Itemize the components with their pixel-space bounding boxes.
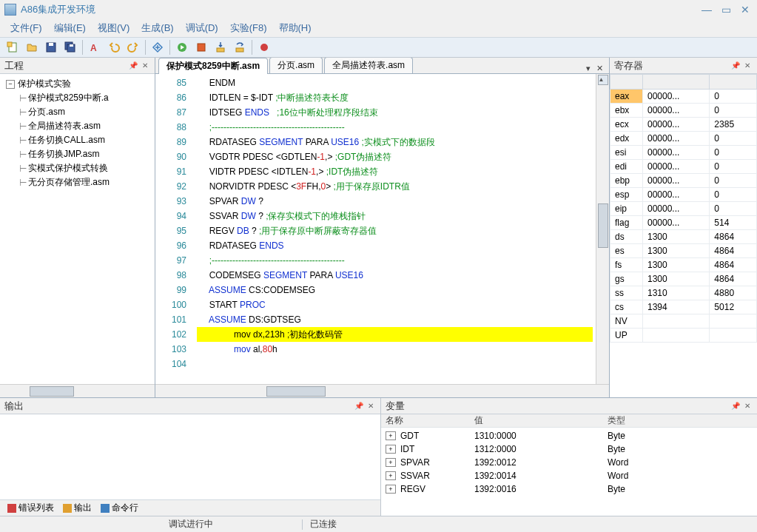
expand-icon[interactable]: + <box>386 445 396 454</box>
code-line[interactable]: mov dx,213h ;初始化数码管 <box>197 327 593 342</box>
register-row[interactable]: cs13945012 <box>610 300 757 314</box>
tab-menu-icon[interactable]: ▾ <box>583 64 593 73</box>
variables-body[interactable]: +GDT1310:0000Byte+IDT1312:0000Byte+SPVAR… <box>381 428 757 516</box>
register-row[interactable]: ecx00000...2385 <box>610 118 757 132</box>
menu-帮助(H)[interactable]: 帮助(H) <box>273 19 317 37</box>
pin-icon[interactable]: 📌 <box>730 402 741 410</box>
register-row[interactable]: ss13104880 <box>610 286 757 300</box>
code-line[interactable]: SPVAR DW ? <box>197 194 593 209</box>
register-row[interactable]: ebp00000...0 <box>610 174 757 188</box>
editor-hscroll[interactable] <box>155 384 609 397</box>
run-button[interactable] <box>173 39 191 55</box>
register-row[interactable]: ebx00000...0 <box>610 104 757 118</box>
tree-file[interactable]: ⊢无分页存储管理.asm <box>3 175 152 189</box>
register-row[interactable]: eax00000...0 <box>610 90 757 104</box>
menu-文件(F)[interactable]: 文件(F) <box>4 19 48 37</box>
menu-实验(F8)[interactable]: 实验(F8) <box>224 19 273 37</box>
panel-close-icon[interactable]: ✕ <box>742 61 753 70</box>
code-line[interactable]: IDTLEN = $-IDT ;中断描述符表长度 <box>197 90 593 105</box>
panel-close-icon[interactable]: ✕ <box>140 61 150 70</box>
register-row[interactable]: edx00000...0 <box>610 132 757 146</box>
output-tab[interactable]: 命令行 <box>96 500 143 516</box>
code-line[interactable]: RDATASEG ENDS <box>197 238 593 253</box>
undo-button[interactable] <box>105 39 123 55</box>
expand-icon[interactable]: + <box>386 471 396 480</box>
register-row[interactable]: gs13004864 <box>610 272 757 286</box>
expand-icon[interactable]: + <box>386 431 396 440</box>
code-line[interactable]: ENDM <box>197 75 593 90</box>
code-line[interactable]: NORVIDTR PDESC <3FFH,0> ;用于保存原IDTR值 <box>197 179 593 194</box>
code-area[interactable]: ENDM IDTLEN = $-IDT ;中断描述符表长度 IDTSEG END… <box>194 74 596 384</box>
build-button[interactable] <box>149 39 166 55</box>
code-line[interactable]: SSVAR DW ? ;保存实模式下的堆栈指针 <box>197 209 593 223</box>
register-row[interactable]: fs13004864 <box>610 258 757 272</box>
pin-icon[interactable]: 📌 <box>354 402 364 410</box>
variable-row[interactable]: +GDT1310:0000Byte <box>386 429 753 442</box>
font-button[interactable]: A <box>86 39 104 55</box>
tree-root[interactable]: −保护模式实验 <box>3 77 152 91</box>
code-line[interactable]: VGDTR PDESC <GDTLEN-1,> ;GDT伪描述符 <box>197 149 593 164</box>
project-tree[interactable]: −保护模式实验⊢保护模式8259中断.a⊢分页.asm⊢全局描述符表.asm⊢任… <box>0 74 155 384</box>
variable-row[interactable]: +SPVAR1392:0012Word <box>386 456 753 469</box>
code-line[interactable]: START PROC <box>197 297 593 312</box>
menu-编辑(E)[interactable]: 编辑(E) <box>48 19 92 37</box>
register-row[interactable]: ds13004864 <box>610 230 757 244</box>
variable-row[interactable]: +REGV1392:0016Byte <box>386 482 753 496</box>
code-line[interactable]: ;---------------------------------------… <box>197 253 593 268</box>
variable-row[interactable]: +SSVAR1392:0014Word <box>386 469 753 482</box>
register-table[interactable]: eax00000...0ebx00000...0ecx00000...2385e… <box>610 74 757 397</box>
save-button[interactable] <box>42 39 60 55</box>
register-row[interactable]: edi00000...0 <box>610 160 757 174</box>
open-file-button[interactable] <box>23 39 41 55</box>
collapse-icon[interactable]: − <box>6 80 15 89</box>
step-into-button[interactable] <box>212 39 229 55</box>
stop-button[interactable] <box>192 39 210 55</box>
code-line[interactable]: mov al,80h <box>197 342 593 357</box>
tree-file[interactable]: ⊢任务切换CALL.asm <box>3 133 152 147</box>
variable-row[interactable]: +IDT1312:0000Byte <box>386 442 753 456</box>
code-line[interactable]: IDTSEG ENDS ;16位中断处理程序段结束 <box>197 105 593 120</box>
output-body[interactable] <box>0 414 380 499</box>
close-button[interactable]: ✕ <box>738 4 753 16</box>
code-line[interactable]: VIDTR PDESC <IDTLEN-1,> ;IDT伪描述符 <box>197 164 593 179</box>
editor-vscroll[interactable]: ▲ <box>596 74 609 384</box>
maximize-button[interactable]: ▭ <box>719 4 733 16</box>
editor-tab[interactable]: 分页.asm <box>269 58 323 73</box>
code-line[interactable]: ;---------------------------------------… <box>197 120 593 135</box>
panel-close-icon[interactable]: ✕ <box>742 402 753 410</box>
redo-button[interactable] <box>124 39 142 55</box>
register-row[interactable]: esp00000...0 <box>610 188 757 202</box>
step-over-button[interactable] <box>231 39 249 55</box>
breakpoint-button[interactable] <box>255 39 273 55</box>
expand-icon[interactable]: + <box>386 485 396 494</box>
tab-close-icon[interactable]: ✕ <box>593 64 606 73</box>
menu-视图(V)[interactable]: 视图(V) <box>92 19 135 37</box>
menu-调试(D)[interactable]: 调试(D) <box>180 19 224 37</box>
code-editor[interactable]: 8586878889909192939495969798991001011021… <box>155 74 609 384</box>
register-row[interactable]: NV <box>610 314 757 329</box>
scroll-thumb[interactable] <box>598 203 608 248</box>
register-row[interactable]: UP <box>610 329 757 343</box>
tree-file[interactable]: ⊢分页.asm <box>3 105 152 119</box>
minimize-button[interactable]: — <box>699 4 714 16</box>
save-all-button[interactable] <box>61 39 79 55</box>
register-row[interactable]: eip00000...0 <box>610 202 757 216</box>
tree-file[interactable]: ⊢任务切换JMP.asm <box>3 147 152 161</box>
code-line[interactable]: ASSUME DS:GDTSEG <box>197 312 593 327</box>
register-row[interactable]: esi00000...0 <box>610 146 757 160</box>
tree-file[interactable]: ⊢全局描述符表.asm <box>3 119 152 133</box>
output-tab[interactable]: 输出 <box>58 500 96 516</box>
code-line[interactable]: RDATASEG SEGMENT PARA USE16 ;实模式下的数据段 <box>197 135 593 149</box>
tree-file[interactable]: ⊢实模式保护模式转换 <box>3 161 152 175</box>
tree-file[interactable]: ⊢保护模式8259中断.a <box>3 91 152 105</box>
output-tab[interactable]: 错误列表 <box>3 500 58 516</box>
project-hscroll[interactable] <box>0 384 155 397</box>
code-line[interactable]: REGV DB ? ;用于保存原中断屏蔽寄存器值 <box>197 223 593 238</box>
new-file-button[interactable] <box>4 39 21 55</box>
panel-close-icon[interactable]: ✕ <box>366 402 376 410</box>
menu-生成(B)[interactable]: 生成(B) <box>135 19 179 37</box>
editor-tab[interactable]: 保护模式8259中断.asm <box>158 58 268 74</box>
register-row[interactable]: es13004864 <box>610 244 757 258</box>
editor-tab[interactable]: 全局描述符表.asm <box>324 58 413 73</box>
pin-icon[interactable]: 📌 <box>128 61 138 70</box>
